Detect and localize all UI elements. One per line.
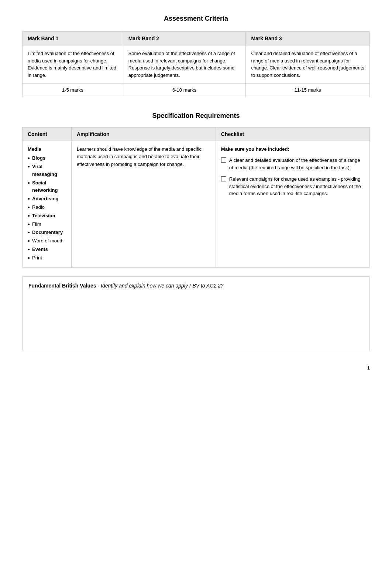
band3-marks: 11-15 marks xyxy=(246,84,370,97)
list-item: Advertising xyxy=(28,195,66,203)
checkbox-icon xyxy=(221,176,226,181)
amplification-cell: Learners should have knowledge of the me… xyxy=(71,141,216,267)
band3-header: Mark Band 3 xyxy=(246,32,370,45)
amplification-header: Amplification xyxy=(71,127,216,141)
checkbox-icon xyxy=(221,157,226,163)
checklist-items-list: A clear and detailed evaluation of the e… xyxy=(221,157,364,197)
list-item: Print xyxy=(28,254,66,262)
fbv-title: Fundamental British Values - Identify an… xyxy=(28,282,364,290)
media-title: Media xyxy=(28,146,66,153)
checklist-header: Checklist xyxy=(216,127,369,141)
band2-marks: 6-10 marks xyxy=(123,84,246,97)
list-item: Events xyxy=(28,246,66,254)
band3-description: Clear and detailed evaluation of effecti… xyxy=(246,45,370,84)
content-cell: Media BlogsViral messagingSocial network… xyxy=(23,141,72,267)
band1-description: Limited evaluation of the effectiveness … xyxy=(23,45,123,84)
page-number: 1 xyxy=(22,365,370,371)
assessment-criteria-table: Mark Band 1 Mark Band 2 Mark Band 3 Limi… xyxy=(22,31,370,97)
fbv-separator: - xyxy=(96,283,101,289)
checklist-item-text: A clear and detailed evaluation of the e… xyxy=(229,157,364,171)
checklist-title: Make sure you have included: xyxy=(221,146,364,153)
checklist-cell: Make sure you have included: A clear and… xyxy=(216,141,369,267)
specification-table: Content Amplification Checklist Media Bl… xyxy=(22,127,370,268)
content-header: Content xyxy=(23,127,72,141)
band1-header: Mark Band 1 xyxy=(23,32,123,45)
band1-marks: 1-5 marks xyxy=(23,84,123,97)
fbv-label: Fundamental British Values xyxy=(28,283,96,289)
list-item: Radio xyxy=(28,204,66,211)
list-item: Television xyxy=(28,212,66,220)
list-item: Word of mouth xyxy=(28,237,66,245)
checklist-item: Relevant campaigns for change used as ex… xyxy=(221,176,364,197)
media-list: BlogsViral messagingSocial networkingAdv… xyxy=(28,154,66,262)
amplification-text: Learners should have knowledge of the me… xyxy=(77,146,202,167)
checklist-item-text: Relevant campaigns for change used as ex… xyxy=(229,176,364,197)
page-title: Assessment Criteria xyxy=(22,15,370,23)
band2-description: Some evaluation of the effectiveness of … xyxy=(123,45,246,84)
list-item: Blogs xyxy=(28,154,66,162)
band2-header: Mark Band 2 xyxy=(123,32,246,45)
list-item: Documentary xyxy=(28,229,66,237)
spec-title: Specification Requirements xyxy=(22,112,370,120)
list-item: Viral messaging xyxy=(28,163,66,178)
fbv-subtitle: Identify and explain how we can apply FB… xyxy=(101,283,224,289)
fbv-section: Fundamental British Values - Identify an… xyxy=(22,276,370,350)
list-item: Film xyxy=(28,221,66,228)
list-item: Social networking xyxy=(28,179,66,195)
checklist-item: A clear and detailed evaluation of the e… xyxy=(221,157,364,171)
